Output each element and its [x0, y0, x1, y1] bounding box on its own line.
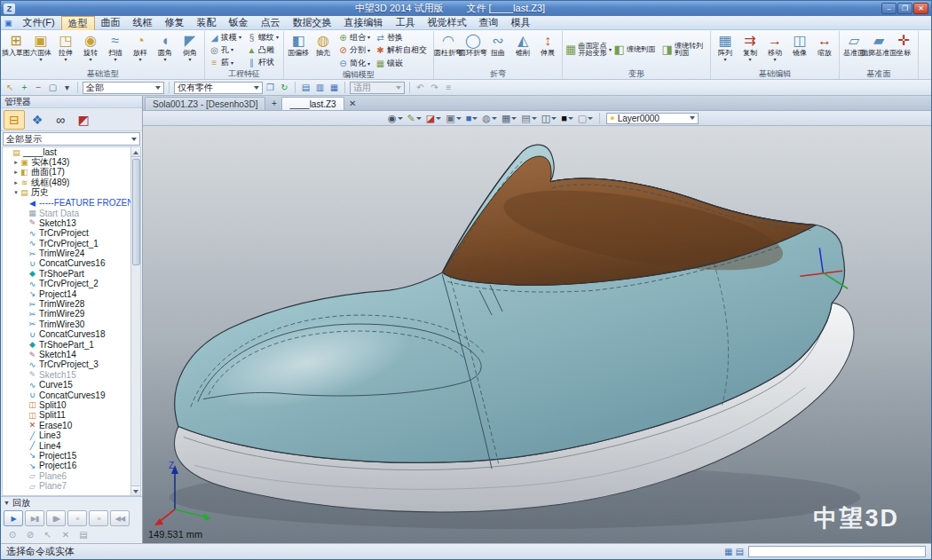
pick-window-icon[interactable]: ▢ [47, 83, 59, 92]
tree-item[interactable]: ↘ Project16 [3, 461, 130, 470]
menu-item[interactable]: 装配 [191, 16, 223, 30]
menu-item[interactable]: 工具 [390, 16, 422, 30]
ribbon-button[interactable]: ◢ 拔模 ▾ [207, 31, 244, 43]
tree-item[interactable]: ▱ Plane6 [3, 471, 130, 481]
shade-mode-icon[interactable]: ■ [466, 113, 478, 123]
ribbon-button[interactable]: ◍ 抽壳 [311, 31, 336, 70]
ribbon-button[interactable]: ◠ 圆柱折弯 [436, 31, 461, 69]
tree-expand-icon[interactable]: ▸ [12, 179, 20, 186]
ribbon-button[interactable]: ≈ 扫描 ▾ [103, 31, 128, 69]
viewport-3d[interactable]: Z 149.531 mm 中望3D [143, 126, 931, 543]
ribbon-button[interactable]: ≡ 筋 ▾ [207, 57, 244, 69]
ribbon-button[interactable]: ▣ 六面体 ▾ [28, 31, 53, 69]
tree-item[interactable]: ∿ TrCrvProject [3, 228, 130, 238]
tree-item[interactable]: ◫ Split11 [3, 410, 130, 420]
status-input[interactable] [748, 546, 926, 557]
ribbon-button[interactable]: ∥ 杆状 [244, 57, 281, 69]
ribbon-button[interactable]: ⊖ 简化 ▾ [336, 58, 373, 70]
tree-item[interactable]: ∪ ConcatCurves18 [3, 329, 130, 339]
render-mode-icon[interactable]: ◍ [482, 113, 497, 124]
status-grid-icon[interactable]: ▦ [724, 547, 732, 556]
ribbon-button[interactable]: ◎ 孔 ▾ [207, 43, 244, 56]
tree-item[interactable]: ↘ Project15 [3, 451, 130, 461]
tree-item[interactable]: ↘ Project14 [3, 288, 130, 298]
background-black-swatch[interactable]: ■ [561, 113, 573, 123]
tree-item[interactable]: ◫ Split10 [3, 400, 130, 410]
ribbon-button[interactable]: ◨ 缠绕转列到面 [660, 35, 708, 65]
tree-item[interactable]: ✕ Erase10 [3, 421, 130, 430]
tree-item[interactable]: ✎ Sketch14 [3, 350, 130, 359]
zoom-window-icon[interactable]: ◉ [388, 113, 403, 124]
list-filter-icon[interactable]: ▥ [314, 83, 326, 92]
tree-expand-icon[interactable]: ▸ [12, 169, 20, 176]
ribbon-button[interactable]: ↕ 伸展 [535, 31, 560, 69]
replay-rewind-button[interactable]: ◀◀ [110, 510, 130, 526]
menu-item[interactable]: 数据交换 [287, 16, 338, 30]
menu-item[interactable]: 造型 [61, 16, 95, 30]
manager-tab-assembly[interactable]: ❖ [27, 110, 48, 130]
ribbon-button[interactable]: ◉ 旋转 ▾ [78, 31, 103, 69]
ribbon-button[interactable]: ▰ 抛掷基准面 [866, 31, 891, 69]
redline-icon[interactable]: ✎ [407, 113, 422, 124]
show-all-combo[interactable]: 全部显示 [3, 132, 140, 146]
ribbon-button[interactable]: ◯ 圆环折弯 [461, 31, 486, 69]
tree-item[interactable]: ✂ TrimWire24 [3, 248, 130, 258]
pick-remove-icon[interactable]: − [33, 83, 44, 92]
ribbon-button[interactable]: ⊕ 组合 ▾ [336, 31, 373, 43]
ribbon-button[interactable]: ◖ 圆角 ▾ [153, 31, 178, 69]
wireframe-mode-icon[interactable]: ▦ [502, 113, 517, 124]
menu-item[interactable]: 查询 [473, 16, 505, 30]
ribbon-button[interactable]: ∾ 扭曲 [486, 31, 510, 69]
ribbon-button[interactable]: → 移动 ▾ [762, 31, 787, 69]
ribbon-button[interactable]: ↔ 缩放 [812, 31, 837, 69]
menu-item[interactable]: 模具 [505, 16, 537, 30]
menu-item[interactable]: 点云 [255, 16, 287, 30]
menu-item[interactable]: 文件(F) [17, 16, 61, 30]
document-tab-last[interactable]: ____last.Z3 [281, 97, 344, 110]
replay-list-icon[interactable]: ▤ [77, 530, 90, 540]
undo-icon[interactable]: ↶ [415, 83, 426, 92]
tree-item[interactable]: ✎ Sketch13 [3, 218, 130, 228]
copy-docs-icon[interactable]: ❐ [265, 83, 276, 92]
layer-combo[interactable]: ● Layer0000 [606, 113, 699, 124]
tree-item[interactable]: ▸ ≋ 线框(489) [3, 177, 130, 187]
manager-tab-attributes[interactable]: ◩ [73, 110, 94, 130]
tree-item[interactable]: ✎ Sketch15 [3, 370, 130, 380]
menu-item[interactable]: 线框 [127, 16, 159, 30]
tree-item[interactable]: ∿ TrCrvProject_3 [3, 359, 130, 369]
ribbon-button[interactable]: ◧ 面偏移 [286, 31, 311, 70]
ribbon-button[interactable]: ▦ 曲面定点开始变形 ▾ [565, 35, 612, 65]
tree-item[interactable]: ▸ ▣ 实体(143) [3, 157, 130, 167]
tree-item[interactable]: ∿ Curve15 [3, 380, 130, 390]
ribbon-button[interactable]: ◭ 锥削 [510, 31, 535, 69]
replay-fast-backward-button[interactable]: « [67, 510, 87, 526]
pick-add-icon[interactable]: + [19, 83, 30, 92]
ribbon-button[interactable]: ◫ 镜像 [787, 31, 812, 69]
replay-step-forward-button[interactable]: ▮▶ [46, 510, 66, 526]
entity-filter-combo[interactable]: 全部 [83, 82, 164, 94]
ribbon-button[interactable]: ◧ 缠绕到面 [612, 35, 660, 65]
tree-item[interactable]: ✂ TrimWire29 [3, 309, 130, 319]
ribbon-button[interactable]: ✱ 解析自相交 [373, 44, 431, 57]
ribbon-button[interactable]: ▲ 凸雕 [244, 43, 281, 56]
maximize-button[interactable]: ❐ [897, 3, 912, 14]
ribbon-button[interactable]: ◤ 倒角 ▾ [178, 31, 202, 69]
tree-expand-icon[interactable]: ▸ [12, 159, 20, 166]
pick-mode-dropdown-icon[interactable]: ▾ [61, 83, 73, 92]
minimize-button[interactable]: – [881, 3, 896, 14]
parts-filter-combo[interactable]: 仅有零件 [174, 82, 263, 94]
pick-filter-icon[interactable]: ↖ [4, 83, 16, 92]
tree-item[interactable]: ▱ Plane7 [3, 481, 130, 491]
menu-item[interactable]: 视觉样式 [422, 16, 473, 30]
ribbon-button[interactable]: ⇉ 复制 ▾ [738, 31, 762, 69]
list-style-icon[interactable]: ▤ [300, 83, 312, 92]
document-tab-sola001[interactable]: Sola001.Z3 - [Desenho3D] [145, 97, 265, 110]
tree-item[interactable]: ◀ -----FEATURE FROZEN HERE----- [3, 198, 130, 208]
redo-icon[interactable]: ↷ [429, 83, 440, 92]
tree-item[interactable]: ◆ TrShoePart [3, 269, 130, 279]
menu-item[interactable]: 直接编辑 [338, 16, 390, 30]
ribbon-button[interactable]: ⊘ 分割 ▾ [336, 44, 373, 57]
section-view-icon[interactable]: ◪ [426, 113, 441, 124]
manager-tab-visibility[interactable]: ∞ [50, 110, 71, 130]
replay-pick-icon[interactable]: ↖ [42, 530, 54, 540]
